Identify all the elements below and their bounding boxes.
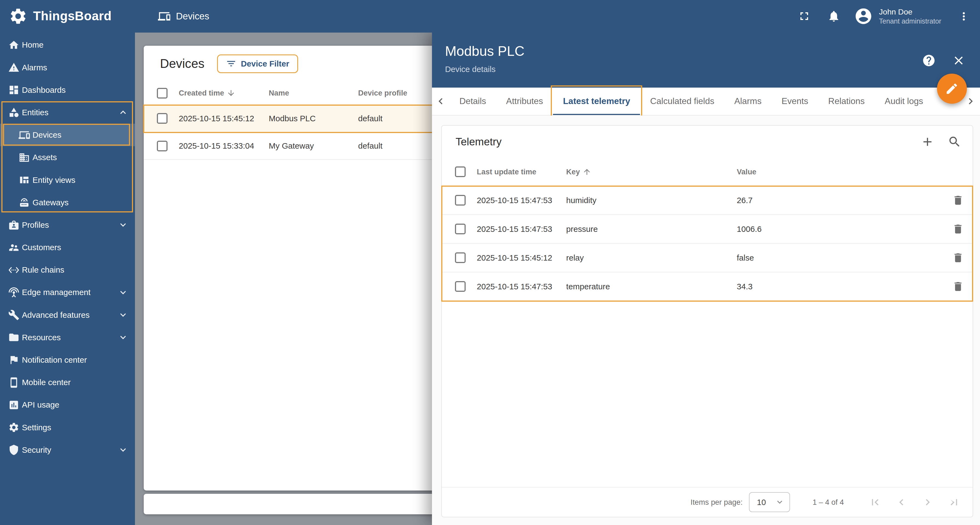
chevron-down-icon [118, 287, 129, 298]
search-telemetry-button[interactable] [948, 135, 961, 149]
telemetry-card-header: Telemetry [442, 126, 973, 158]
edit-device-fab[interactable] [937, 74, 967, 104]
tab-alarms[interactable]: Alarms [724, 88, 772, 115]
sidebar-item-assets[interactable]: Assets [0, 146, 135, 169]
delete-telemetry-button[interactable] [952, 194, 964, 206]
sidebar-item-edge-management[interactable]: Edge management [0, 281, 135, 304]
close-drawer-button[interactable] [952, 54, 966, 67]
user-avatar[interactable] [854, 7, 873, 25]
column-header-value[interactable]: Value [737, 167, 948, 176]
telemetry-table-row[interactable]: 2025-10-15 15:47:53 pressure 1006.6 [442, 215, 973, 243]
tabs-scroll-left-button[interactable] [432, 88, 450, 115]
add-telemetry-button[interactable] [921, 135, 934, 149]
device-table-row[interactable]: 2025-10-15 15:33:04 My Gateway default [144, 132, 481, 160]
sidebar-item-advanced-features[interactable]: Advanced features [0, 304, 135, 326]
telemetry-title: Telemetry [455, 136, 501, 148]
drawer-title: Modbus PLC [445, 43, 967, 59]
row-checkbox[interactable] [455, 224, 466, 234]
tab-relations[interactable]: Relations [818, 88, 875, 115]
telemetry-table-row[interactable]: 2025-10-15 15:47:53 temperature 34.3 [442, 272, 973, 301]
tab-latest-telemetry[interactable]: Latest telemetry [553, 88, 640, 115]
plus-icon [921, 135, 934, 149]
column-header-name[interactable]: Name [269, 89, 358, 97]
sidebar-item-resources[interactable]: Resources [0, 326, 135, 349]
sidebar-item-devices[interactable]: Devices [0, 124, 135, 146]
select-all-checkbox[interactable] [157, 88, 167, 99]
help-button[interactable] [922, 54, 935, 67]
sidebar-item-settings[interactable]: Settings [0, 416, 135, 439]
devices-card-header: Devices Device Filter [144, 46, 481, 82]
app-root: ThingsBoard Devices John Doe Tenant admi… [0, 0, 980, 525]
items-per-page-select[interactable]: 10 [749, 492, 790, 512]
notifications-button[interactable] [827, 10, 840, 23]
next-page-button[interactable] [921, 496, 934, 509]
row-checkbox[interactable] [157, 141, 167, 151]
sidebar-item-profiles[interactable]: Profiles [0, 214, 135, 236]
sidebar-item-customers[interactable]: Customers [0, 236, 135, 259]
chevron-right-icon [964, 95, 977, 108]
delete-telemetry-button[interactable] [952, 280, 964, 292]
sidebar: Home Alarms Dashboards Entities Devices … [0, 33, 135, 525]
fullscreen-icon [798, 10, 811, 23]
sidebar-item-entities[interactable]: Entities [0, 101, 135, 124]
row-checkbox[interactable] [455, 195, 466, 205]
delete-telemetry-button[interactable] [952, 223, 964, 235]
sidebar-item-home[interactable]: Home [0, 33, 135, 56]
tab-details[interactable]: Details [450, 88, 496, 115]
sidebar-item-dashboards[interactable]: Dashboards [0, 79, 135, 101]
sidebar-item-rule-chains[interactable]: Rule chains [0, 259, 135, 281]
tab-audit-logs[interactable]: Audit logs [875, 88, 933, 115]
chevron-down-icon [118, 309, 129, 321]
row-checkbox[interactable] [157, 113, 167, 124]
row-checkbox[interactable] [455, 252, 466, 263]
drawer-body: Telemetry Last update timeKeyValue 2025-… [432, 116, 980, 525]
telemetry-table-row[interactable]: 2025-10-15 15:47:53 humidity 26.7 [442, 186, 973, 215]
next-page-icon [921, 496, 934, 509]
sidebar-item-mobile-center[interactable]: Mobile center [0, 371, 135, 394]
sidebar-item-gateways[interactable]: Gateways [0, 191, 135, 214]
account-icon [854, 7, 873, 25]
telemetry-table-row[interactable]: 2025-10-15 15:45:12 relay false [442, 243, 973, 272]
domain-icon [19, 152, 30, 163]
more-menu-button[interactable] [958, 10, 970, 23]
row-checkbox[interactable] [455, 281, 466, 292]
tab-events[interactable]: Events [772, 88, 818, 115]
device-filter-button[interactable]: Device Filter [217, 54, 298, 73]
telemetry-card: Telemetry Last update timeKeyValue 2025-… [441, 125, 973, 518]
cell-created-time: 2025-10-15 15:33:04 [179, 141, 269, 151]
smartphone-icon [8, 377, 19, 388]
first-page-button[interactable] [869, 496, 881, 509]
tab-attributes[interactable]: Attributes [496, 88, 553, 115]
sidebar-item-notification-center[interactable]: Notification center [0, 349, 135, 371]
devices-table-card: Devices Device Filter Created timeNameDe… [144, 46, 481, 491]
ethernet-icon [8, 264, 19, 276]
user-info: John Doe Tenant administrator [879, 7, 942, 25]
sidebar-item-entity-views[interactable]: Entity views [0, 169, 135, 191]
previous-page-icon [895, 496, 908, 509]
sidebar-item-alarms[interactable]: Alarms [0, 56, 135, 78]
fullscreen-button[interactable] [798, 10, 811, 23]
items-per-page-label: Items per page: [690, 498, 743, 507]
devices-icon [19, 129, 30, 141]
cell-key: humidity [566, 196, 737, 205]
telemetry-select-all-checkbox[interactable] [455, 166, 466, 177]
column-header-created-time[interactable]: Created time [179, 89, 269, 97]
select-dropdown-icon [775, 497, 785, 507]
telemetry-pagination: Items per page: 10 1 – 4 of 4 [442, 487, 973, 517]
delete-telemetry-button[interactable] [952, 252, 964, 264]
previous-page-button[interactable] [895, 496, 908, 509]
column-header-last-update-time[interactable]: Last update time [477, 167, 566, 176]
device-table-row[interactable]: 2025-10-15 15:45:12 Modbus PLC default [144, 105, 481, 132]
bell-icon [827, 10, 840, 23]
drawer-header: Modbus PLC Device details [432, 33, 980, 88]
sidebar-item-security[interactable]: Security [0, 439, 135, 461]
column-header-key[interactable]: Key [566, 167, 737, 176]
pagination-controls [869, 496, 960, 509]
tab-calculated-fields[interactable]: Calculated fields [640, 88, 724, 115]
topbar-actions: John Doe Tenant administrator [798, 7, 980, 25]
cell-value: false [737, 253, 948, 262]
last-page-button[interactable] [948, 496, 960, 509]
brand[interactable]: ThingsBoard [0, 7, 112, 25]
antenna-icon [8, 287, 19, 298]
sidebar-item-api-usage[interactable]: API usage [0, 394, 135, 416]
